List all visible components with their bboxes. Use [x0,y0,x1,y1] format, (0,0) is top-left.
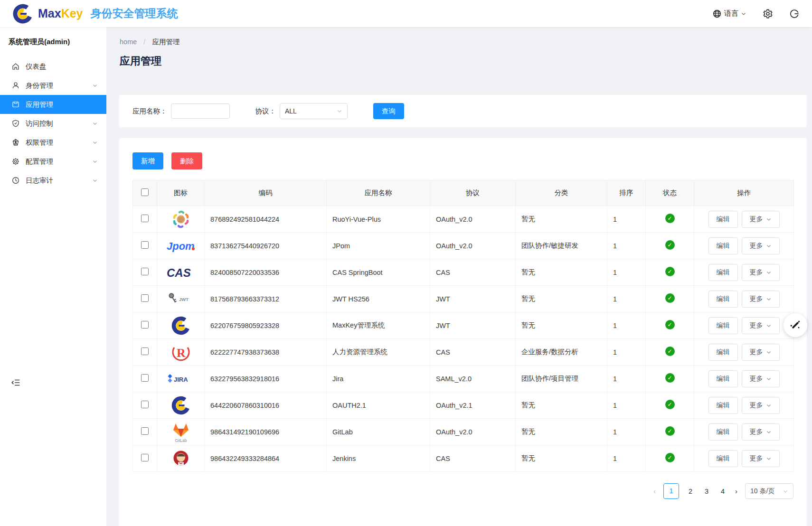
sidebar-item-identity[interactable]: 身份管理 [0,76,106,95]
app-sort: 1 [607,259,646,286]
more-button[interactable]: 更多 [742,423,780,441]
sidebar-item-permission[interactable]: 权限管理 [0,133,106,152]
theme-wand-button[interactable] [784,313,807,337]
delete-button[interactable]: 删除 [171,152,202,169]
row-select-cell [133,259,157,286]
row-checkbox[interactable] [141,321,149,329]
table-row: 644220607860310016 OAUTH2.1 OAuth_v2.1 暂… [133,392,794,419]
chevron-down-icon [766,296,772,302]
more-button-label: 更多 [750,295,763,303]
row-actions-cell: 编辑 更多 [694,445,794,472]
more-button[interactable]: 更多 [742,344,780,361]
edit-button[interactable]: 编辑 [708,450,738,467]
page-2[interactable]: 2 [686,488,695,495]
logout-icon[interactable] [789,9,800,19]
table-row: CAS 824008507220033536 CAS SpringBoot CA… [133,259,794,286]
row-checkbox[interactable] [141,268,149,275]
row-checkbox[interactable] [141,454,149,461]
page-4[interactable]: 4 [718,488,727,495]
edit-button[interactable]: 编辑 [708,211,738,228]
row-checkbox[interactable] [141,241,149,249]
row-checkbox[interactable] [141,348,149,355]
language-menu[interactable]: 语言 [712,9,746,19]
status-enabled-icon [665,400,675,409]
chevron-down-icon [766,403,772,408]
edit-button[interactable]: 编辑 [708,423,738,441]
row-checkbox[interactable] [141,215,149,222]
row-actions-cell: 编辑 更多 [694,312,794,339]
add-button[interactable]: 新增 [132,152,163,169]
edit-button[interactable]: 编辑 [708,264,738,281]
row-checkbox[interactable] [141,294,149,302]
app-status-cell [646,206,694,233]
select-all-checkbox[interactable] [141,188,149,196]
config-icon [11,157,20,166]
app-category: 暂无 [516,286,607,312]
protocol-select[interactable]: ALL [280,103,348,119]
collapse-sidebar-icon[interactable] [10,377,21,388]
row-icon-cell: JIRA [157,366,205,392]
more-button[interactable]: 更多 [742,291,780,308]
app-name-input[interactable] [171,103,230,119]
chevron-down-icon [92,83,98,88]
row-checkbox[interactable] [141,401,149,408]
page-title: 应用管理 [107,47,812,68]
sidebar-item-label: 身份管理 [26,81,86,90]
more-button[interactable]: 更多 [742,264,780,281]
sidebar-item-access[interactable]: 访问控制 [0,114,106,133]
app-code: 622076759805923328 [205,312,327,339]
edit-button[interactable]: 编辑 [708,291,738,308]
edit-button[interactable]: 编辑 [708,344,738,361]
app-sort: 1 [607,366,646,392]
app-name: JPom [327,233,430,259]
status-enabled-icon [665,320,675,329]
row-select-cell [133,392,157,419]
more-button[interactable]: 更多 [742,237,780,254]
chevron-down-icon [766,216,772,222]
app-name: RuoYi-Vue-Plus [327,206,430,233]
app-status-cell [646,339,694,366]
sidebar-item-dashboard[interactable]: 仪表盘 [0,57,106,76]
page-1[interactable]: 1 [663,483,679,499]
settings-icon[interactable] [763,9,773,19]
row-checkbox[interactable] [141,427,149,435]
jenkins-app-icon [157,445,204,471]
edit-button[interactable]: 编辑 [708,397,738,414]
edit-button[interactable]: 编辑 [708,237,738,254]
app-protocol: CAS [430,445,516,472]
language-label: 语言 [724,9,738,18]
app-name: OAUTH2.1 [327,392,430,419]
more-button[interactable]: 更多 [742,370,780,387]
more-button-label: 更多 [750,348,763,357]
edit-button[interactable]: 编辑 [708,317,738,334]
more-button[interactable]: 更多 [742,211,780,228]
row-actions-cell: 编辑 更多 [694,339,794,366]
more-button[interactable]: 更多 [742,317,780,334]
more-button[interactable]: 更多 [742,397,780,414]
app-name: GitLab [327,419,430,445]
col-actions: 操作 [694,180,794,206]
chevron-down-icon [92,178,98,183]
prev-page-icon[interactable]: ‹ [652,487,657,495]
sidebar-item-apps[interactable]: 应用管理 [0,95,106,114]
row-select-cell [133,419,157,445]
search-button[interactable]: 查询 [373,103,404,119]
edit-button[interactable]: 编辑 [708,370,738,387]
sidebar-item-audit[interactable]: 日志审计 [0,171,106,190]
maxkey-app-icon [157,392,204,418]
next-page-icon[interactable]: › [734,487,738,495]
more-button[interactable]: 更多 [742,450,780,467]
page-3[interactable]: 3 [702,488,711,495]
sidebar-item-label: 访问控制 [26,119,86,128]
app-sort: 1 [607,206,646,233]
svg-text:GitLab: GitLab [175,438,187,443]
app-code: 632279563832918016 [205,366,327,392]
page-size-select[interactable]: 10 条/页 [745,483,793,499]
more-button-label: 更多 [750,401,763,410]
row-checkbox[interactable] [141,374,149,382]
app-protocol: CAS [430,339,516,366]
status-enabled-icon [665,453,675,462]
sidebar-item-config[interactable]: 配置管理 [0,152,106,171]
breadcrumb-home[interactable]: home [120,38,137,46]
jpom-app-icon: Jpom [157,233,204,259]
